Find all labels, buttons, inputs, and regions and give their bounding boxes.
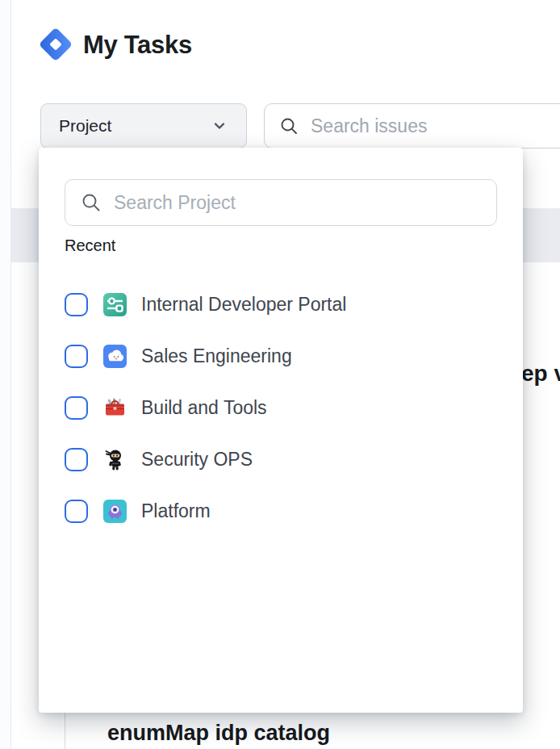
search-project-field[interactable] [65,179,497,226]
task-title-partial-right: ep v [521,361,560,387]
chevron-down-icon [211,117,228,135]
project-option-build-and-tools[interactable]: Build and Tools [65,382,507,433]
alien-ufo-icon [103,500,127,523]
workflow-board-icon [103,293,127,316]
project-checkbox[interactable] [65,293,88,316]
search-project-input[interactable] [114,192,481,214]
recent-section-label: Recent [65,236,115,255]
toolbox-icon [103,396,127,420]
project-checkbox[interactable] [65,345,88,368]
search-issues-input[interactable] [311,115,560,137]
project-checkbox[interactable] [65,500,88,523]
search-issues-field[interactable] [264,103,560,149]
project-filter-label: Project [59,116,211,136]
task-title-partial-bottom: enumMap idp catalog [107,721,330,746]
project-option-label: Security OPS [141,449,253,471]
project-filter-button[interactable]: Project [40,103,247,149]
left-sidebar-edge [0,0,11,749]
project-checkbox[interactable] [65,448,88,471]
search-icon [81,192,102,214]
ninja-icon [103,448,127,471]
project-option-label: Platform [141,500,211,522]
project-option-internal-developer-portal[interactable]: Internal Developer Portal [65,278,507,330]
project-checkbox[interactable] [65,396,88,420]
project-option-platform[interactable]: Platform [65,485,507,537]
cloud-face-icon [103,345,127,368]
project-list: Internal Developer Portal Sales Engineer… [65,278,507,537]
project-option-label: Internal Developer Portal [141,294,346,316]
project-option-label: Build and Tools [141,397,267,419]
project-option-sales-engineering[interactable]: Sales Engineering [65,330,507,382]
project-option-label: Sales Engineering [141,345,292,367]
search-icon [279,116,299,136]
project-option-security-ops[interactable]: Security OPS [65,433,507,485]
jira-logo-icon [37,26,74,63]
project-filter-dropdown: Recent Internal Developer Portal [39,148,523,713]
page-title: My Tasks [83,31,192,60]
